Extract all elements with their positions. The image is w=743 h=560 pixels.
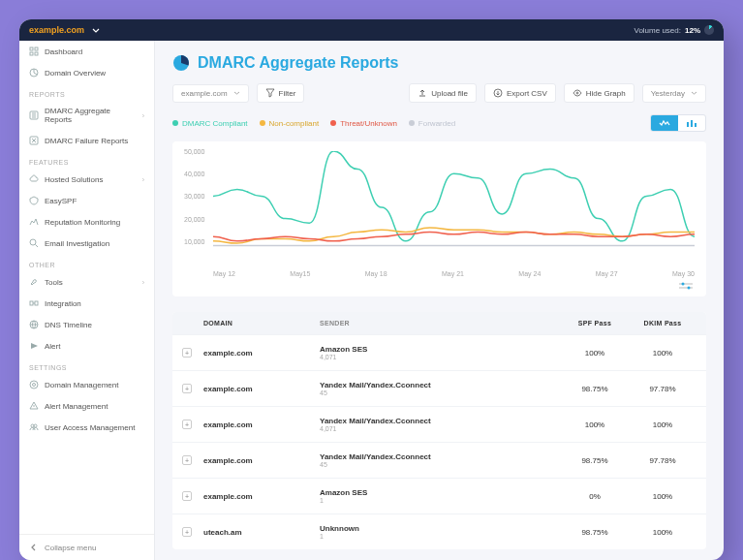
page-title-row: DMARC Aggregate Reports [172,54,706,72]
svg-rect-2 [30,52,33,55]
volume-label: Volume used: [635,26,681,35]
cell-dkim: 97.78% [629,456,697,465]
legend-compliant[interactable]: DMARC Compliant [172,119,248,128]
hide-graph-button[interactable]: Hide Graph [564,83,635,103]
svg-rect-19 [691,120,693,127]
table-row: + example.com Yandex Mail/Yandex.Cconnec… [172,406,706,442]
table-row: + example.com Yandex Mail/Yandex.Cconnec… [172,442,706,478]
export-csv-button[interactable]: Export CSV [484,83,556,103]
x-axis-label: May 30 [672,270,695,277]
export-icon [493,88,503,98]
svg-rect-8 [30,301,33,305]
sidebar-item-easyspf[interactable]: EasySPF [19,190,154,211]
upload-icon [418,88,427,98]
x-axis-label: May 12 [213,270,235,277]
cell-spf: 100% [561,349,629,358]
sidebar-item-dmarc-aggregate[interactable]: DMARC Aggregate Reports› [19,101,154,130]
cell-spf: 98.75% [561,456,629,465]
cell-spf: 100% [561,420,629,429]
sidebar-item-user-access-management[interactable]: User Access Management [19,417,154,438]
tools-icon [29,277,39,287]
sidebar-item-alert[interactable]: Alert [19,335,154,357]
chart-svg [213,151,695,264]
expand-row-button[interactable]: + [182,527,192,537]
table-row: + example.com Amazon SES 4,071 100% 100% [172,334,706,370]
sidebar-item-integration[interactable]: Integration [19,293,154,314]
sidebar-section-header: FEATURES [19,151,154,169]
eye-icon [573,88,582,98]
expand-row-button[interactable]: + [182,491,192,501]
volume-value: 12% [685,26,700,35]
cell-spf: 98.75% [561,385,629,393]
table-row: + example.com Amazon SES 1 0% 100% [172,478,706,513]
sidebar-item-label: DMARC Aggregate Reports [45,107,137,124]
sidebar-item-email-investigation[interactable]: Email Investigation [19,233,154,254]
sidebar-item-tools[interactable]: Tools› [19,271,154,293]
cell-sender: Unknnown 1 [320,524,561,540]
chart-legend: DMARC Compliant Non-compliant Threat/Unk… [172,114,706,132]
bar-chart-toggle[interactable] [678,115,705,131]
filter-button[interactable]: Filter [257,83,305,103]
sidebar-item-label: Alert Management [45,402,108,411]
chart-zoom-slider[interactable] [184,277,695,291]
alert-icon [29,341,39,351]
svg-rect-0 [30,47,33,50]
chart-type-toggle [650,114,706,132]
svg-rect-1 [35,47,38,50]
sidebar-item-label: Hosted Solutions [45,175,103,184]
svg-point-7 [30,239,36,245]
date-select[interactable]: Yesterday [642,84,706,103]
legend-noncompliant[interactable]: Non-compliant [260,119,320,128]
cell-dkim: 100% [629,492,697,501]
y-axis-label: 30,000 [184,193,204,200]
sidebar-item-label: User Access Management [45,423,135,432]
expand-row-button[interactable]: + [182,348,192,358]
sidebar-item-label: Domain Management [45,381,118,389]
expand-row-button[interactable]: + [182,384,192,393]
users-icon [29,422,39,432]
sidebar-section-header: OTHER [19,254,154,271]
domain-select[interactable]: example.com [172,84,249,103]
sidebar-item-alert-management[interactable]: Alert Management [19,395,154,417]
reputation-icon [29,217,39,227]
sidebar-item-dashboard[interactable]: Dashboard [19,41,154,62]
sidebar-item-label: Domain Overview [45,69,106,78]
sidebar-item-label: Alert [45,342,60,351]
cell-domain: example.com [203,385,320,393]
upload-button[interactable]: Upload file [409,83,477,103]
topbar-domain-dropdown[interactable] [92,26,100,35]
sidebar-section-header: SETTINGS [19,357,154,374]
sidebar-item-domain-management[interactable]: Domain Management [19,374,154,395]
table-row: + example.com Yandex Mail/Yandex.Cconnec… [172,370,706,406]
cell-spf: 0% [561,492,629,501]
legend-forwarded[interactable]: Forwarded [409,119,455,128]
cell-sender: Amazon SES 1 [320,488,561,504]
overview-icon [29,68,39,78]
th-spf: SPF Pass [561,320,629,327]
sidebar-item-label: Tools [45,278,63,287]
sidebar-item-hosted-solutions[interactable]: Hosted Solutions› [19,169,154,190]
sidebar-item-dns-timeline[interactable]: DNS Timeline [19,314,154,335]
collapse-menu[interactable]: Collapse menu [19,534,154,560]
svg-rect-3 [35,52,38,55]
cell-domain: example.com [203,492,320,501]
svg-rect-18 [687,122,689,127]
sidebar-item-label: DMARC Failure Reports [45,137,128,145]
sidebar-item-domain-overview[interactable]: Domain Overview [19,62,154,83]
cell-sender: Yandex Mail/Yandex.Cconnect 4,071 [320,417,561,432]
sidebar-item-dmarc-failure[interactable]: DMARC Failure Reports [19,130,154,151]
y-axis-label: 40,000 [184,171,204,177]
dashboard-icon [29,47,39,56]
volume-ring-icon [704,25,714,35]
sidebar-item-label: EasySPF [45,197,77,205]
dns-icon [29,320,39,329]
x-axis-label: May 18 [365,270,387,277]
cell-sender: Amazon SES 4,071 [320,345,561,360]
investigation-icon [29,238,39,248]
sidebar-item-reputation-monitoring[interactable]: Reputation Monitoring [19,211,154,233]
line-chart-toggle[interactable] [651,115,678,131]
expand-row-button[interactable]: + [182,420,192,429]
expand-row-button[interactable]: + [182,455,192,465]
filter-icon [265,88,275,98]
legend-threat[interactable]: Threat/Unknown [330,119,397,128]
